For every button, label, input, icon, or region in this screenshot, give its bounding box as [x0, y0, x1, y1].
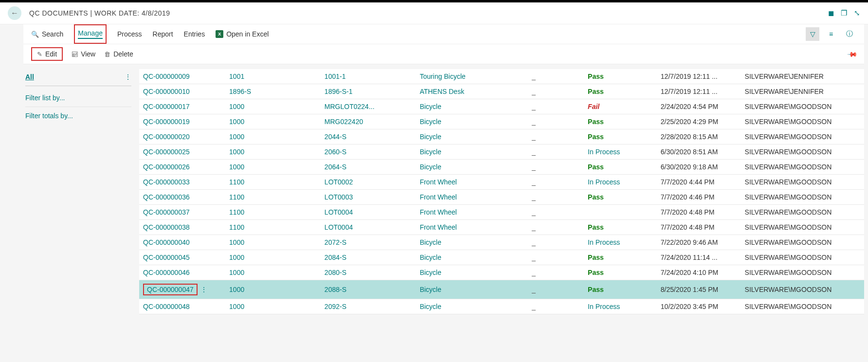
doc-no-link[interactable]: QC-000000038 [143, 223, 190, 231]
description-link[interactable]: Front Wheel [416, 175, 528, 190]
delete-action[interactable]: 🗑 Delete [104, 47, 133, 61]
table-row[interactable]: QC-000000036⋮1100LOT0003Front Wheel_Pass… [139, 190, 864, 205]
filter-list-by[interactable]: Filter list by... [25, 89, 131, 107]
lot-no-link[interactable]: 2064-S [321, 160, 416, 175]
item-no-link[interactable]: 1000 [225, 299, 321, 314]
table-row[interactable]: QC-000000040⋮10002072-SBicycle_In Proces… [139, 235, 864, 250]
back-button[interactable]: ← [8, 6, 21, 20]
item-no-link[interactable]: 1001 [225, 69, 321, 84]
edit-action[interactable]: ✎ Edit [31, 47, 63, 61]
item-no-link[interactable]: 1000 [225, 145, 321, 160]
description-link[interactable]: Bicycle [416, 265, 528, 280]
doc-no-link[interactable]: QC-000000033 [143, 178, 190, 186]
table-row[interactable]: QC-000000009⋮10011001-1Touring Bicycle_P… [139, 69, 864, 84]
table-row[interactable]: QC-000000019⋮1000MRG022420Bicycle_Pass2/… [139, 114, 864, 129]
popout-icon[interactable]: ❐ [841, 9, 847, 18]
lot-no-link[interactable]: 1896-S-1 [321, 84, 416, 99]
table-row[interactable]: QC-000000017⋮1000MRGLOT0224...Bicycle_Fa… [139, 99, 864, 114]
doc-no-link[interactable]: QC-000000046 [143, 269, 190, 276]
table-row[interactable]: QC-000000025⋮10002060-SBicycle_In Proces… [139, 145, 864, 160]
description-link[interactable]: Touring Bicycle [416, 69, 528, 84]
lot-no-link[interactable]: LOT0004 [321, 205, 416, 220]
description-link[interactable]: Bicycle [416, 99, 528, 114]
doc-no-link[interactable]: QC-000000037 [143, 208, 190, 216]
filter-menu-icon[interactable]: ⋮ [125, 73, 131, 81]
item-no-link[interactable]: 1000 [225, 99, 321, 114]
description-link[interactable]: Bicycle [416, 250, 528, 265]
item-no-link[interactable]: 1100 [225, 190, 321, 205]
lot-no-link[interactable]: 2060-S [321, 145, 416, 160]
item-no-link[interactable]: 1000 [225, 265, 321, 280]
table-row[interactable]: QC-000000026⋮10002064-SBicycle_Pass6/30/… [139, 160, 864, 175]
lot-no-link[interactable]: MRG022420 [321, 114, 416, 129]
doc-no-link[interactable]: QC-000000048 [143, 303, 190, 310]
doc-no-link[interactable]: QC-000000045 [143, 253, 190, 261]
filter-toggle-icon[interactable]: ▽ [806, 27, 819, 41]
doc-no-link[interactable]: QC-000000010 [143, 88, 190, 95]
open-in-excel[interactable]: X Open in Excel [216, 24, 269, 44]
doc-no-link[interactable]: QC-000000026 [143, 163, 190, 171]
item-no-link[interactable]: 1000 [225, 235, 321, 250]
table-row[interactable]: QC-000000020⋮10002044-SBicycle_Pass2/28/… [139, 129, 864, 145]
doc-no-link[interactable]: QC-000000019 [143, 118, 190, 126]
item-no-link[interactable]: 1896-S [225, 84, 321, 99]
description-link[interactable]: Bicycle [416, 114, 528, 129]
process-tab[interactable]: Process [117, 24, 142, 44]
item-no-link[interactable]: 1000 [225, 160, 321, 175]
doc-no-link[interactable]: QC-000000036 [143, 193, 190, 201]
manage-tab[interactable]: Manage [74, 24, 107, 44]
collapse-icon[interactable]: ⤡ [854, 9, 860, 18]
description-link[interactable]: Bicycle [416, 129, 528, 145]
table-row[interactable]: QC-000000038⋮1100LOT0004Front Wheel_Pass… [139, 220, 864, 235]
description-link[interactable]: Front Wheel [416, 220, 528, 235]
view-action[interactable]: 🗟 View [72, 47, 95, 61]
doc-no-link[interactable]: QC-000000009 [143, 72, 190, 80]
description-link[interactable]: Front Wheel [416, 205, 528, 220]
lot-no-link[interactable]: 2084-S [321, 250, 416, 265]
entries-tab[interactable]: Entries [184, 24, 205, 44]
item-no-link[interactable]: 1000 [225, 250, 321, 265]
table-row[interactable]: QC-000000037⋮1100LOT0004Front Wheel_7/7/… [139, 205, 864, 220]
lot-no-link[interactable]: 1001-1 [321, 69, 416, 84]
doc-no-link[interactable]: QC-000000020 [143, 133, 190, 141]
lot-no-link[interactable]: 2072-S [321, 235, 416, 250]
description-link[interactable]: Bicycle [416, 145, 528, 160]
item-no-link[interactable]: 1100 [225, 220, 321, 235]
description-link[interactable]: Bicycle [416, 280, 528, 299]
item-no-link[interactable]: 1000 [225, 280, 321, 299]
lot-no-link[interactable]: 2088-S [321, 280, 416, 299]
description-link[interactable]: Bicycle [416, 299, 528, 314]
description-link[interactable]: Front Wheel [416, 190, 528, 205]
search-action[interactable]: 🔍 Search [31, 24, 63, 44]
info-icon[interactable]: ⓘ [843, 27, 856, 41]
list-view-icon[interactable]: ≡ [824, 27, 838, 41]
table-row[interactable]: QC-000000010⋮1896-S1896-S-1ATHENS Desk_P… [139, 84, 864, 99]
table-row[interactable]: QC-000000033⋮1100LOT0002Front Wheel_In P… [139, 175, 864, 190]
lot-no-link[interactable]: LOT0002 [321, 175, 416, 190]
pin-icon[interactable]: 📌 [847, 48, 858, 59]
lot-no-link[interactable]: LOT0003 [321, 190, 416, 205]
doc-no-link[interactable]: QC-000000047 [143, 284, 198, 295]
description-link[interactable]: Bicycle [416, 160, 528, 175]
row-menu-icon[interactable]: ⋮ [200, 286, 210, 293]
table-row[interactable]: QC-000000048⋮10002092-SBicycle_In Proces… [139, 299, 864, 314]
lot-no-link[interactable]: 2044-S [321, 129, 416, 145]
description-link[interactable]: Bicycle [416, 235, 528, 250]
lot-no-link[interactable]: MRGLOT0224... [321, 99, 416, 114]
table-row[interactable]: QC-000000046⋮10002080-SBicycle_Pass7/24/… [139, 265, 864, 280]
bookmark-icon[interactable]: ◼ [828, 9, 834, 18]
item-no-link[interactable]: 1100 [225, 175, 321, 190]
item-no-link[interactable]: 1000 [225, 114, 321, 129]
doc-no-link[interactable]: QC-000000040 [143, 238, 190, 246]
filter-all-link[interactable]: All [25, 73, 34, 81]
table-row[interactable]: QC-000000047⋮10002088-SBicycle_Pass8/25/… [139, 280, 864, 299]
lot-no-link[interactable]: LOT0004 [321, 220, 416, 235]
doc-no-link[interactable]: QC-000000017 [143, 103, 190, 110]
item-no-link[interactable]: 1100 [225, 205, 321, 220]
item-no-link[interactable]: 1000 [225, 129, 321, 145]
doc-no-link[interactable]: QC-000000025 [143, 148, 190, 156]
report-tab[interactable]: Report [153, 24, 173, 44]
lot-no-link[interactable]: 2080-S [321, 265, 416, 280]
filter-totals-by[interactable]: Filter totals by... [25, 107, 131, 125]
description-link[interactable]: ATHENS Desk [416, 84, 528, 99]
